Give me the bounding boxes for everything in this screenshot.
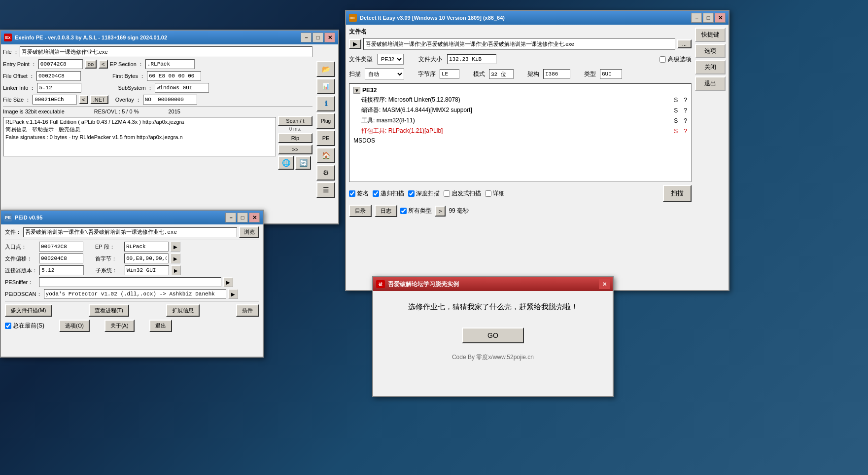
die-exit-btn[interactable]: 退出 <box>695 76 726 91</box>
peid-linker-input[interactable] <box>39 265 84 275</box>
die-msdos-item[interactable]: MSDOS <box>351 136 689 145</box>
exeinfo-globe-icon[interactable]: 🌐 <box>278 156 294 170</box>
die-detail-label[interactable]: 详细 <box>485 189 505 198</box>
peid-expand-btn[interactable]: 扩展信息 <box>166 304 200 317</box>
peid-options-btn[interactable]: 选项(O) <box>59 320 90 332</box>
exeinfo-offset-input[interactable] <box>36 71 81 81</box>
die-packer-item[interactable]: 打包工具: RLPack(1.21)[aPLib] S ? <box>351 126 689 136</box>
die-minimize-btn[interactable]: － <box>691 13 702 23</box>
die-close-btn2[interactable]: 关闭 <box>695 60 726 74</box>
peid-sniffer-arrow-btn[interactable]: ▶ <box>223 277 233 287</box>
peid-browse-btn[interactable]: 浏览 <box>239 226 259 238</box>
peid-plugin-btn[interactable]: 插件 <box>236 304 259 317</box>
exeinfo-fb-input[interactable] <box>147 71 201 81</box>
exeinfo-sub-input[interactable] <box>155 83 209 93</box>
peid-always-top-checkbox[interactable] <box>5 323 11 329</box>
die-path-expand-btn[interactable]: ▶ <box>349 39 361 49</box>
die-browse-btn[interactable]: ... <box>677 39 692 48</box>
peid-offset-arrow-btn[interactable]: ▶ <box>171 254 180 263</box>
die-linker-item[interactable]: 链接程序: Microsoft Linker(5.12.8078) S ? <box>351 95 689 105</box>
die-pe32-expand[interactable]: ▼ <box>353 87 360 94</box>
die-close-btn[interactable]: ✕ <box>715 13 726 23</box>
exeinfo-eps-input[interactable] <box>145 59 195 69</box>
exeinfo-home-btn[interactable]: 🏠 <box>316 147 335 163</box>
peid-exit-btn[interactable]: 退出 <box>149 320 172 332</box>
die-scan-mode-select[interactable]: 自动 <box>365 69 404 79</box>
exeinfo-forward-btn[interactable]: >> <box>278 145 312 154</box>
peid-sub-input[interactable] <box>125 265 169 275</box>
die-tool-item[interactable]: 工具: masm32(8-11) S ? <box>351 115 689 126</box>
exeinfo-overlay-input[interactable] <box>143 95 197 105</box>
die-mode-input[interactable] <box>489 69 514 79</box>
peid-multi-scan-btn[interactable]: 多文件扫描(M) <box>5 304 52 317</box>
die-advanced-checkbox[interactable] <box>660 56 666 63</box>
exeinfo-pe-btn[interactable]: PE <box>316 130 335 146</box>
exeinfo-minimize-btn[interactable]: － <box>301 33 312 42</box>
die-options-btn[interactable]: 选项 <box>695 44 726 58</box>
exeinfo-rip-btn[interactable]: Rip <box>278 133 312 143</box>
die-compiler-item[interactable]: 编译器: MASM(6.14.8444)[MMX2 support] S ? <box>351 105 689 115</box>
die-log-btn[interactable]: 日志 <box>375 205 397 217</box>
exeinfo-gear-btn[interactable]: ⚙ <box>316 165 335 181</box>
exeinfo-net-btn[interactable]: .NET <box>90 95 108 104</box>
peid-file-input[interactable] <box>23 227 237 237</box>
exeinfo-size-input[interactable] <box>33 95 77 105</box>
exeinfo-scan-row1[interactable]: RLPack v.1.14-16 Full Edition ( aPLib 0.… <box>4 118 275 125</box>
die-deep-checkbox[interactable] <box>408 190 415 197</box>
peid-ep-arrow-btn[interactable]: ▶ <box>171 242 180 252</box>
peid-close-btn[interactable]: ✕ <box>249 213 260 222</box>
peid-maximize-btn[interactable]: □ <box>237 213 248 222</box>
die-arch-input[interactable] <box>543 69 570 79</box>
exeinfo-linker-input[interactable] <box>37 83 81 93</box>
peid-linker-arrow-btn[interactable]: ▶ <box>171 265 181 275</box>
die-heuristic-label[interactable]: 启发式扫描 <box>444 189 481 198</box>
exeinfo-info-btn[interactable]: ℹ <box>316 96 335 111</box>
die-detail-checkbox[interactable] <box>485 190 491 197</box>
peid-sniffer-input[interactable] <box>39 277 221 287</box>
exeinfo-refresh-icon[interactable]: 🔄 <box>295 156 311 170</box>
exeinfo-maximize-btn[interactable]: □ <box>312 33 323 42</box>
exeinfo-close-btn[interactable]: ✕ <box>324 33 335 42</box>
exeinfo-open-btn[interactable]: 📂 <box>316 61 335 77</box>
peid-always-top-label[interactable]: 总在最前(S) <box>5 322 44 330</box>
die-type-select[interactable]: PE32 <box>378 54 404 65</box>
die-maximize-btn[interactable]: □ <box>703 13 714 23</box>
die-type-input[interactable] <box>600 69 622 79</box>
die-recursive-label[interactable]: 递归扫描 <box>373 189 404 198</box>
peid-dscan-arrow-btn[interactable]: ▶ <box>228 289 238 299</box>
peid-minimize-btn[interactable]: － <box>225 213 236 222</box>
die-size-input[interactable] <box>447 54 496 64</box>
die-arrow-btn[interactable]: > <box>435 206 446 217</box>
die-sign-label[interactable]: 签名 <box>349 189 369 198</box>
exeinfo-ep-input[interactable] <box>38 59 83 69</box>
die-sign-checkbox[interactable] <box>349 190 355 197</box>
die-pe32-node[interactable]: ▼ PE32 <box>351 86 689 95</box>
peid-about-btn[interactable]: 关于(A) <box>104 320 135 332</box>
exeinfo-less-btn[interactable]: < <box>99 60 107 69</box>
die-heuristic-checkbox[interactable] <box>444 190 450 197</box>
die-deep-label[interactable]: 深度扫描 <box>408 189 440 198</box>
peid-eps-input[interactable] <box>124 242 169 252</box>
die-dir-btn[interactable]: 目录 <box>349 205 372 217</box>
die-hotkey-btn[interactable]: 快捷键 <box>695 28 726 42</box>
peid-ep-input[interactable] <box>39 242 83 252</box>
peid-view-process-btn[interactable]: 查看进程(T) <box>89 304 129 317</box>
exeinfo-lt-btn[interactable]: < <box>79 95 88 104</box>
peid-offset-input[interactable] <box>39 254 83 263</box>
exeinfo-oo-btn[interactable]: oo <box>85 60 97 69</box>
die-recursive-checkbox[interactable] <box>373 190 379 197</box>
peid-dscan-input[interactable] <box>44 289 226 299</box>
peid-fb-input[interactable] <box>124 254 169 263</box>
exeinfo-file-input[interactable]: 吾爱破解培训第一课选修作业七.exe <box>20 46 312 57</box>
exeinfo-chart-btn[interactable]: 📊 <box>316 78 335 94</box>
exeinfo-scan-row2[interactable]: 简易信息 - 帮助提示 - 脱壳信息 <box>4 125 275 134</box>
exeinfo-scan-row3[interactable]: False signatures : 0 bytes - try RL!dePa… <box>4 134 275 141</box>
msg-close-btn[interactable]: ✕ <box>599 279 610 289</box>
die-alltype-checkbox[interactable] <box>400 208 407 214</box>
die-byte-order-input[interactable] <box>440 69 459 79</box>
die-alltype-label[interactable]: 所有类型 <box>400 207 432 215</box>
die-scan-btn[interactable]: 扫描 <box>663 185 692 202</box>
exeinfo-menu-btn[interactable]: ☰ <box>316 182 335 198</box>
exeinfo-plug-btn[interactable]: Plug <box>316 113 335 129</box>
msg-go-btn[interactable]: GO <box>462 328 524 343</box>
